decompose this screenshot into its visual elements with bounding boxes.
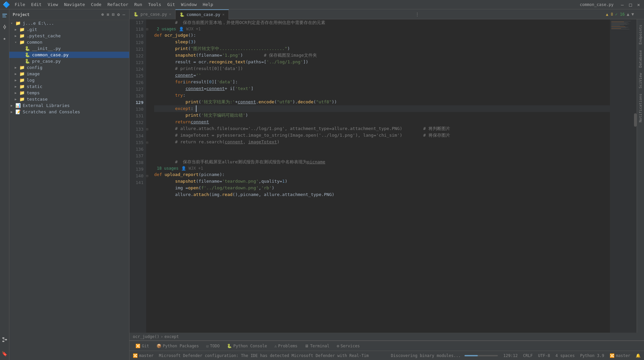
gutter-nav-down[interactable]: ▼ bbox=[631, 12, 634, 17]
tab-endpoints[interactable]: Endpoints bbox=[637, 22, 644, 47]
tab-notifications[interactable]: Notifications bbox=[637, 91, 644, 125]
menu-bar: 🔷 File Edit View Navigate Code Refactor … bbox=[0, 0, 644, 9]
tree-common[interactable]: ▾ 📁 common bbox=[9, 39, 129, 45]
right-side-panel: Endpoints Database SciView Notifications bbox=[637, 19, 644, 333]
tab-services[interactable]: ⚙ Services bbox=[333, 341, 363, 351]
activity-bookmarks[interactable]: 🔖 bbox=[1, 350, 8, 357]
sidebar-hide-btn[interactable]: — bbox=[122, 11, 126, 18]
svg-rect-6 bbox=[2, 337, 4, 339]
encoding[interactable]: UTF-8 bbox=[538, 353, 550, 358]
code-line-130: print ( '转文字编码可能出错' ) bbox=[154, 112, 610, 119]
code-line-121: snapshot ( filename = '1.png' ) # 保存截图至i… bbox=[154, 52, 610, 59]
tree-config[interactable]: ▶ 📁 config bbox=[9, 64, 129, 71]
usage-117: 2 usages 👤 WJX +1 bbox=[154, 26, 610, 32]
python-version[interactable]: Python 3.9 bbox=[580, 353, 604, 358]
activity-project[interactable] bbox=[1, 12, 8, 19]
git-branch: master bbox=[139, 353, 153, 358]
cursor-position[interactable]: 129:12 bbox=[503, 353, 518, 358]
sidebar-collapse-btn[interactable]: ⊟ bbox=[111, 11, 115, 18]
tree-testcase[interactable]: ▶ 📁 testcase bbox=[9, 96, 129, 102]
menu-refactor[interactable]: Refactor bbox=[105, 1, 131, 8]
tree-log[interactable]: ▶ 📁 log bbox=[9, 77, 129, 83]
code-text[interactable]: # 保存当前图片至本地，并使用OCR判定是否存在用例信息中需要存在的元素 2 u… bbox=[151, 19, 610, 333]
tab-git[interactable]: 🔀 Git bbox=[132, 341, 152, 351]
tab-todo[interactable]: ☑ TODO bbox=[203, 341, 223, 351]
notifications-icon[interactable]: 🔔 bbox=[636, 353, 641, 358]
menu-git[interactable]: Git bbox=[165, 1, 178, 8]
code-line-135 bbox=[154, 145, 610, 152]
status-message: Microsoft Defender configuration: The ID… bbox=[159, 353, 385, 358]
menu-navigate[interactable]: Navigate bbox=[61, 1, 88, 8]
common-case-tab-close[interactable]: ✕ bbox=[222, 12, 225, 17]
tree-pytest-cache[interactable]: ▶ 📁 .pytest_cache bbox=[9, 33, 129, 39]
status-git-icon[interactable]: 🔀 master bbox=[133, 353, 153, 358]
terminal-label: Terminal bbox=[310, 344, 329, 348]
common-case-tab-icon: 🐍 bbox=[180, 12, 185, 17]
tree-git[interactable]: ▶ 📁 .git bbox=[9, 26, 129, 33]
tab-terminal[interactable]: 🖥 Terminal bbox=[301, 341, 333, 351]
gutter-nav-up[interactable]: ▲ bbox=[627, 12, 629, 17]
close-btn[interactable]: ✕ bbox=[636, 2, 641, 7]
status-bar: 🔀 master Microsoft Defender configuratio… bbox=[129, 351, 644, 360]
tabs-overflow-btn[interactable]: ⋮ bbox=[412, 12, 422, 17]
menu-help[interactable]: Help bbox=[200, 1, 216, 8]
maximize-btn[interactable]: □ bbox=[628, 2, 633, 7]
code-editor[interactable]: 117 118 119 120 121 122 123 124 125 126 … bbox=[129, 19, 644, 333]
code-line-122: result = ocr. recognize_text (paths=[ '.… bbox=[154, 59, 610, 65]
code-line-123: # print(result[0]['data']) bbox=[154, 65, 610, 72]
todo-icon: ☑ bbox=[206, 344, 209, 348]
indent-setting[interactable]: 4 spaces bbox=[556, 353, 575, 358]
menu-edit[interactable]: Edit bbox=[28, 1, 44, 8]
python-console-icon: 🐍 bbox=[227, 344, 232, 348]
menu-run[interactable]: Run bbox=[132, 1, 145, 8]
tab-database[interactable]: Database bbox=[637, 47, 644, 70]
tree-common-case[interactable]: ▶ 🐍 common_case.py bbox=[9, 52, 129, 58]
pre-case-tab-label: pre_case.py bbox=[140, 12, 167, 17]
code-line-124: connent = '' bbox=[154, 72, 610, 79]
sidebar-settings-btn[interactable]: ⚙ bbox=[116, 11, 120, 18]
window-title: common_case.py bbox=[580, 2, 614, 7]
menu-window[interactable]: Window bbox=[179, 1, 200, 8]
window-controls: — □ ✕ bbox=[620, 2, 641, 7]
menu-code[interactable]: Code bbox=[88, 1, 104, 8]
common-case-label: common_case.py bbox=[32, 52, 69, 57]
tree-temps[interactable]: ▶ 📁 temps bbox=[9, 90, 129, 96]
tree-root[interactable]: ▾ 📁 j...e E:\... bbox=[9, 20, 129, 26]
activity-commit[interactable] bbox=[1, 23, 8, 31]
code-line-128: print ( '转文字结果为:' + connent . encode ( "… bbox=[154, 99, 610, 105]
breadcrumb-func: ocr_judge() bbox=[133, 334, 159, 339]
breadcrumb-item: except bbox=[165, 334, 179, 339]
external-libs-label: External Libraries bbox=[23, 103, 70, 108]
tab-problems[interactable]: ⚠ Problems bbox=[271, 341, 301, 351]
menu-tools[interactable]: Tools bbox=[145, 1, 164, 8]
tab-python-packages[interactable]: 📦 Python Packages bbox=[153, 341, 202, 351]
tab-pre-case[interactable]: 🐍 pre_case.py ✕ bbox=[129, 9, 176, 19]
activity-structure[interactable] bbox=[1, 336, 8, 343]
menu-file[interactable]: File bbox=[12, 1, 28, 8]
code-line-137: # 保存当前手机截屏至allure测试报告并在测试报告中名称表现为picname bbox=[154, 159, 610, 165]
code-line-127: try : bbox=[154, 92, 610, 99]
pre-case-label: pre_case.py bbox=[32, 59, 61, 64]
testcase-label: testcase bbox=[27, 97, 48, 102]
tab-sciview[interactable]: SciView bbox=[637, 70, 644, 91]
line-ending[interactable]: CRLF bbox=[523, 353, 533, 358]
python-console-label: Python Console bbox=[233, 344, 267, 348]
tree-scratches[interactable]: ▶ 📝 Scratches and Consoles bbox=[9, 109, 129, 115]
tab-python-console[interactable]: 🐍 Python Console bbox=[224, 341, 270, 351]
menu-view[interactable]: View bbox=[45, 1, 61, 8]
tree-static[interactable]: ▶ 📁 static bbox=[9, 83, 129, 90]
pre-case-tab-icon: 🐍 bbox=[133, 12, 138, 17]
svg-rect-8 bbox=[2, 341, 4, 342]
sidebar-locate-btn[interactable]: ⊕ bbox=[101, 11, 105, 18]
pre-case-tab-close[interactable]: ✕ bbox=[169, 12, 171, 16]
tree-image[interactable]: ▶ 📁 image bbox=[9, 71, 129, 77]
tree-init[interactable]: ▶ 🐍 __init__.py bbox=[9, 45, 129, 52]
git-label: .git bbox=[27, 27, 37, 32]
tree-external-libs[interactable]: ▶ 📊 External Libraries bbox=[9, 102, 129, 109]
activity-star[interactable]: ★ bbox=[1, 35, 8, 42]
minimize-btn[interactable]: — bbox=[620, 2, 625, 7]
tab-common-case[interactable]: 🐍 common_case.py ✕ bbox=[176, 9, 229, 19]
git-branch-status[interactable]: 🔀 master bbox=[610, 353, 630, 358]
sidebar-expand-btn[interactable]: ≡ bbox=[106, 11, 110, 18]
tree-pre-case[interactable]: ▶ 🐍 pre_case.py bbox=[9, 58, 129, 64]
